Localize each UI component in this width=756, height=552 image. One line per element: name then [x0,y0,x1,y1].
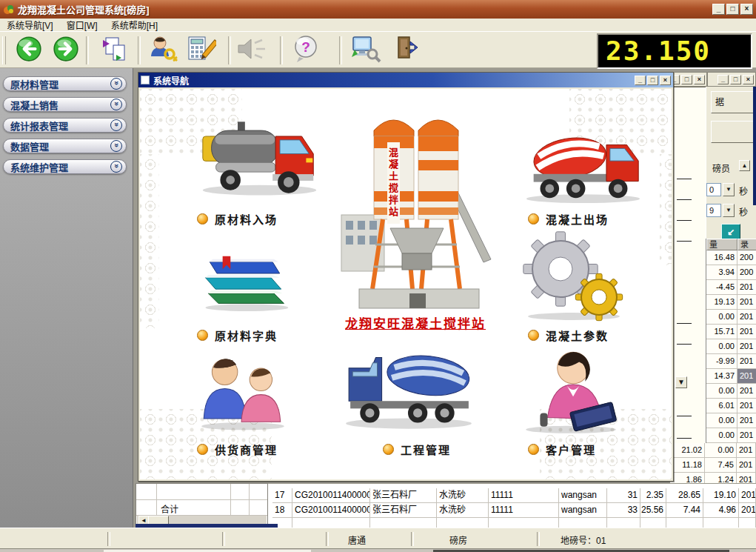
minimize-icon[interactable]: _ [717,75,729,84]
grid-cell-time[interactable]: 200 [737,265,756,280]
maximize-icon[interactable]: □ [730,75,741,84]
toolbar-sound-button[interactable] [234,35,268,66]
nav-item-raw-material-dictionary[interactable]: 原材料字典 [197,327,278,343]
sidebar-item-report-stats[interactable]: 统计报表管理» [3,118,127,133]
table-row-1-cell-7[interactable]: 25.56 [640,503,666,518]
save-data-button[interactable]: 据 [711,91,756,113]
gears-icon[interactable] [516,230,631,324]
toolbar-back-button[interactable] [12,35,46,66]
suppliers-people-icon[interactable] [193,344,292,433]
grid-cell-qty[interactable]: 14.37 [706,369,737,384]
customer-service-icon[interactable] [518,344,624,436]
nav-item-customer-management[interactable]: 客户管理 [528,442,596,457]
toolbar-forward-button[interactable] [49,35,83,66]
chevron-down-icon[interactable]: » [110,161,122,173]
maximize-icon[interactable]: □ [647,76,658,85]
grid-cell-time[interactable]: 201 [737,354,756,369]
grid-cell-time[interactable]: 201 [737,280,756,295]
table-row-0-cell-3[interactable]: 水洗砂 [437,488,489,503]
table-row-0-cell-8[interactable]: 28.65 [666,488,703,503]
chevron-down-icon[interactable]: » [110,99,122,110]
table-row-0-cell-4[interactable]: 11111 [489,488,559,503]
grid-cell[interactable]: 11.18 [670,458,705,473]
close-icon[interactable]: × [740,4,753,15]
nav-item-supplier-management[interactable]: 供货商管理 [197,442,278,457]
menu-window[interactable]: 窗口[W] [60,18,104,32]
close-icon[interactable]: × [660,76,671,85]
table-row-0-cell-2[interactable]: 张三石料厂 [370,488,437,503]
table-row-0-cell-6[interactable]: 31 [607,488,640,503]
grid-cell-time[interactable]: 201 [737,443,756,458]
grid-cell-qty[interactable]: 7.45 [705,458,737,473]
table-row-1-cell-8[interactable]: 7.44 [666,503,703,518]
grid-cell-qty[interactable]: -4.45 [706,280,737,295]
maximize-icon[interactable]: □ [726,4,739,15]
table-row-0-cell-10[interactable]: 201 [739,488,756,503]
table-row-0-cell-5[interactable]: wangsan [559,488,607,503]
menu-system-nav[interactable]: 系统导航[V] [0,18,60,32]
table-row-0-cell-1[interactable]: CG201001140000002 [292,488,370,503]
grid-cell-time[interactable]: 201 [737,310,756,325]
grid-cell-qty[interactable]: 0.00 [706,384,737,399]
project-truck-icon[interactable] [340,336,478,433]
nav-window-titlebar[interactable]: 系统导航 _ □ × [138,73,673,87]
nav-item-concrete-exit[interactable]: 混凝土出场 [528,211,609,227]
chevron-down-icon[interactable]: » [110,119,122,131]
grid-cell-qty[interactable]: 3.94 [706,265,737,280]
toolbar-window-switch-button[interactable] [98,35,132,66]
grid-cell-qty[interactable]: 0.00 [705,443,737,458]
grid-cell-qty[interactable]: 16.48 [706,250,737,265]
grid-cell-qty[interactable]: 6.01 [706,399,737,413]
toolbar-grip[interactable] [2,36,6,64]
grid-header-qty[interactable]: 量 [706,239,737,250]
grid-cell[interactable]: 21.02 [670,443,705,458]
table-row-1-cell-5[interactable]: wangsan [559,503,607,518]
close-icon[interactable]: × [743,75,754,84]
sidebar-item-raw-materials[interactable]: 原材料管理» [3,76,127,91]
grid-cell-qty[interactable]: 19.13 [706,295,737,310]
toolbar-computer-search-button[interactable] [348,35,382,66]
table-row-0-cell-7[interactable]: 2.35 [640,488,666,503]
close-icon[interactable]: × [694,75,705,84]
toolbar-calculator-button[interactable] [184,35,218,66]
chevron-down-icon[interactable]: ▼ [723,183,735,196]
sidebar-item-data-management[interactable]: 数据管理» [3,139,127,153]
chevron-down-icon[interactable]: ▼ [723,204,735,217]
sidebar-item-system-maintenance[interactable]: 系统维护管理» [3,159,127,174]
grid-cell-qty[interactable]: 0.00 [706,428,737,443]
toolbar-operator-login-button[interactable] [145,35,179,66]
grid-cell-time[interactable]: 201 [737,384,756,399]
grid-cell-time[interactable]: 201 [737,428,756,443]
table-row-1-cell-4[interactable]: 11111 [489,503,559,518]
grid-cell-qty[interactable]: 15.71 [706,325,737,339]
grid-cell-time[interactable]: 200 [737,250,756,265]
books-icon[interactable] [197,230,293,316]
mixer-truck-icon[interactable] [519,122,646,208]
sidebar-item-concrete-sales[interactable]: 混凝土销售» [3,97,127,112]
grid-header-time[interactable]: 录入 [737,239,756,250]
table-row-1-cell-0[interactable]: 18 [272,503,292,518]
grid-cell-qty[interactable]: 0.00 [706,310,737,325]
table-row-1-cell-3[interactable]: 水洗砂 [437,503,489,518]
spinner-up-icon[interactable]: ▲ [739,160,750,171]
table-row-1-cell-10[interactable]: 201 [739,503,756,518]
table-row-1-cell-9[interactable]: 4.96 [703,503,739,518]
menu-help[interactable]: 系统帮助[H] [104,18,164,32]
table-row-1-cell-1[interactable]: CG201001140000003 [292,503,370,518]
table-row-0-cell-0[interactable]: 17 [272,488,292,503]
grid-cell-time[interactable]: 201 [737,325,756,339]
grid-cell-time[interactable]: 201 [737,458,756,473]
dropdown-arrow-button[interactable]: ▼ [675,376,687,388]
table-row-1-cell-2[interactable]: 张三石料厂 [370,503,437,518]
grid-cell-qty[interactable]: 0.00 [706,339,737,354]
table-row-0-cell-9[interactable]: 19.10 [703,488,739,503]
grid-cell-time[interactable]: 201 [737,399,756,413]
tanker-truck-icon[interactable] [195,110,323,202]
grid-cell-time[interactable]: 201 [737,295,756,310]
grid-cell-qty[interactable]: -9.99 [706,354,737,369]
toolbar-exit-button[interactable] [391,35,425,66]
interval-combo-1[interactable]: 0 [706,183,721,196]
chevron-down-icon[interactable]: » [110,140,122,152]
interval-combo-2[interactable]: 9 [706,204,721,217]
nav-item-concrete-parameters[interactable]: 混凝土参数 [528,327,609,343]
